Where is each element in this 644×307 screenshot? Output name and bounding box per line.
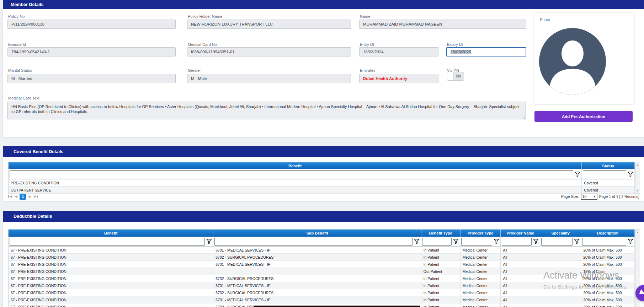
column-header-benefit[interactable]: Benefit	[9, 162, 582, 169]
table-row[interactable]: 67 - PRE-EXISTING CONDITION 6701 - MEDIC…	[9, 261, 635, 268]
photo-label: Photo	[540, 17, 550, 22]
filter-funnel-icon[interactable]	[414, 239, 420, 244]
table-row[interactable]: OUTPATIENT SERVICE Covered	[9, 187, 635, 194]
member-avatar	[539, 28, 606, 95]
sub-benefit-cell: 6702 - SURGICAL PROCEDURES	[213, 275, 421, 282]
benefit-cell: 67 - PRE-EXISTING CONDITION	[9, 254, 213, 261]
gender-field: M - Male	[187, 74, 351, 83]
table-row[interactable]: 67 - PRE-EXISTING CONDITION 6702 - SURGI…	[9, 254, 635, 261]
filter-funnel-icon[interactable]	[494, 239, 499, 244]
speciality-filter-input[interactable]	[541, 238, 573, 246]
provider-type-cell: Medical Center	[461, 296, 501, 303]
benefit-filter-cell	[9, 237, 213, 247]
column-header-status[interactable]: Status	[582, 162, 635, 169]
status-filter-input[interactable]	[583, 170, 626, 178]
sub-benefit-filter-cell	[213, 237, 421, 247]
emirates-value: Dubai Health Authority	[363, 76, 407, 81]
description-cell: 20% of Claim Max. 500	[581, 289, 635, 296]
scroll-up-icon[interactable]: ▲	[635, 163, 640, 167]
marital-status-field: M - Married	[7, 74, 176, 83]
column-header-benefit-type[interactable]: Benefit Type	[421, 230, 461, 237]
photo-card: Photo	[534, 13, 634, 104]
scroll-up-icon[interactable]: ▲	[635, 231, 640, 234]
gender-label: Gender	[188, 68, 201, 72]
scroll-down-icon[interactable]: ▼	[635, 189, 640, 192]
provider-name-cell: All	[501, 275, 540, 282]
page-summary: Page 1 of 1 [ 2 Records]	[599, 194, 639, 199]
policy-holder-label: Policy Holder Name	[188, 14, 222, 18]
provider-type-cell: Medical Center	[461, 282, 501, 289]
filter-funnel-icon[interactable]	[206, 239, 212, 244]
column-header-description[interactable]: Description	[581, 230, 635, 237]
sub-benefit-cell: 6701 - MEDICAL SERVICES - IP	[213, 282, 421, 289]
page-size-value: 10	[582, 194, 587, 199]
filter-funnel-icon[interactable]	[628, 239, 633, 244]
speciality-cell	[540, 282, 581, 289]
filter-funnel-icon[interactable]	[575, 172, 580, 177]
filter-funnel-icon[interactable]	[574, 239, 580, 244]
benefit-filter-input[interactable]	[10, 170, 573, 178]
provider-type-filter-input[interactable]	[461, 238, 492, 246]
table-row[interactable]: 67 - PRE-EXISTING CONDITION 6701 - MEDIC…	[9, 282, 635, 289]
prev-page-icon[interactable]: ◀	[15, 195, 17, 198]
medical-card-text-area[interactable]: HN Basic Plus (OP Restricted to Clinics)…	[7, 102, 526, 119]
sub-benefit-cell: 6701 - MEDICAL SERVICES - IP	[213, 247, 421, 254]
provider-name-cell: All	[501, 247, 540, 254]
pagination-controls: ◀ ◀ 1 ▶ ▶	[8, 193, 38, 200]
deductible-table: Benefit Sub Benefit Benefit Type Provide…	[8, 229, 635, 307]
add-pre-authorization-button[interactable]: Add Pre-Authorization	[534, 111, 633, 122]
description-filter-input[interactable]	[582, 238, 626, 246]
current-page-button[interactable]: 1	[20, 194, 26, 200]
provider-name-filter-input[interactable]	[502, 238, 532, 246]
emirate-id-label: Emirate Id	[8, 42, 26, 47]
sub-benefit-cell	[213, 268, 421, 275]
provider-name-cell: All	[501, 268, 540, 275]
table-row[interactable]: 67 - PRE-EXISTING CONDITION 6701 - MEDIC…	[9, 296, 635, 303]
first-page-icon[interactable]: ◀	[8, 195, 12, 198]
column-header-sub-benefit[interactable]: Sub Benefit	[213, 230, 421, 237]
description-cell: 15% of Claim	[581, 268, 635, 275]
description-cell: 20% of Claim Max. 500	[581, 275, 635, 282]
column-header-speciality[interactable]: Speciality	[540, 230, 581, 237]
table-row[interactable]: 67 - PRE-EXISTING CONDITION 6702 - SURGI…	[9, 289, 635, 296]
filter-funnel-icon[interactable]	[453, 239, 459, 244]
table-row[interactable]: 67 - PRE-EXISTING CONDITION Out Patient …	[9, 268, 635, 275]
sub-benefit-filter-input[interactable]	[214, 238, 413, 246]
next-page-icon[interactable]: ▶	[28, 195, 31, 198]
deductible-details-header: Deductible Details	[3, 211, 644, 222]
page-size-select[interactable]: 10 ▼	[581, 194, 597, 200]
last-page-icon[interactable]: ▶	[34, 195, 38, 198]
speciality-cell	[540, 254, 581, 261]
benefit-cell: 67 - PRE-EXISTING CONDITION	[9, 261, 213, 268]
emirate-id-field: 784-1999-0542140-2	[7, 47, 176, 56]
column-header-provider-name[interactable]: Provider Name	[501, 230, 540, 237]
table-row[interactable]: 67 - PRE-EXISTING CONDITION 6701 - MEDIC…	[9, 247, 635, 254]
speciality-cell	[540, 289, 581, 296]
column-header-benefit[interactable]: Benefit	[9, 230, 213, 237]
benefit-cell: 67 - PRE-EXISTING CONDITION	[9, 268, 213, 275]
expiry-dt-field[interactable]: 15/03/2025	[446, 47, 526, 56]
filter-row	[9, 169, 635, 179]
provider-name-cell: All	[501, 296, 540, 303]
table-header-row: Benefit Status	[9, 162, 635, 169]
benefit-cell: PRE-EXISTING CONDITION	[9, 179, 582, 187]
benefit-cell: 67 - PRE-EXISTING CONDITION	[9, 296, 213, 303]
description-cell: 20% of Claim Max. 500	[581, 254, 635, 261]
table-row[interactable]: PRE-EXISTING CONDITION Covered	[9, 179, 635, 187]
filter-funnel-icon[interactable]	[628, 172, 633, 177]
benefit-cell: 67 - PRE-EXISTING CONDITION	[9, 282, 213, 289]
table-scrollbar[interactable]: ▲ ▼	[635, 162, 640, 194]
vip-yn-toggle[interactable]: No	[447, 72, 464, 81]
benefit-type-filter-input[interactable]	[422, 238, 452, 246]
description-cell: 20% of Claim Max. 500	[581, 296, 635, 303]
filter-funnel-icon[interactable]	[533, 239, 539, 244]
table-header-row: Benefit Sub Benefit Benefit Type Provide…	[9, 230, 635, 237]
emirates-field: Dubai Health Authority	[359, 74, 438, 83]
column-header-provider-type[interactable]: Provider Type	[461, 230, 501, 237]
expiry-dt-selected-text: 15/03/2025	[451, 50, 471, 54]
table-row[interactable]: 67 - PRE-EXISTING CONDITION 6702 - SURGI…	[9, 275, 635, 282]
provider-type-cell: Medical Center	[461, 275, 501, 282]
page-size-label: Page Size:	[561, 194, 579, 199]
benefit-filter-input[interactable]	[10, 238, 205, 246]
marital-status-label: Marital Status	[8, 68, 32, 72]
